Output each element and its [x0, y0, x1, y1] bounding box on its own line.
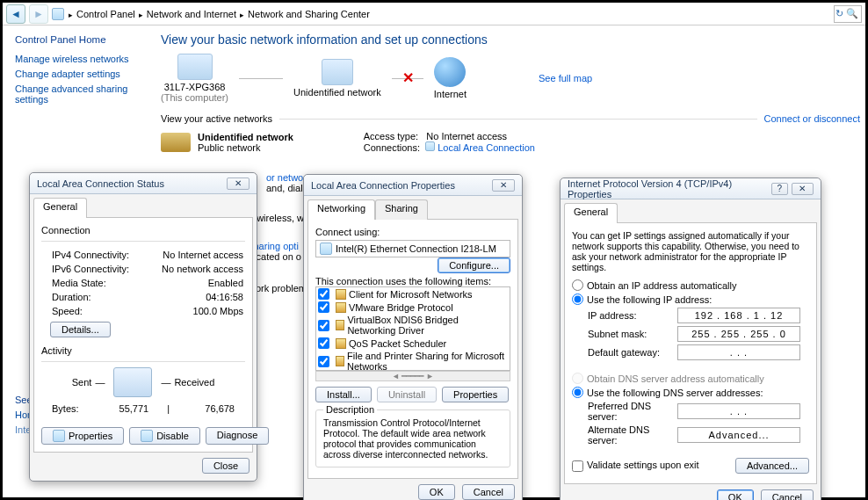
- radio-dns-manual-label: Use the following DNS server addresses:: [587, 388, 763, 398]
- configure-button[interactable]: Configure...: [438, 257, 510, 273]
- subnet-field[interactable]: 255 . 255 . 255 . 0: [677, 326, 800, 342]
- active-networks-label: View your active networks: [161, 113, 272, 124]
- tab-general[interactable]: General: [564, 203, 618, 223]
- dialog-connection-properties: Local Area Connection Properties ✕ Netwo…: [303, 174, 523, 500]
- cancel-button[interactable]: Cancel: [462, 484, 515, 500]
- duration-value: 04:16:58: [146, 291, 243, 303]
- validate-checkbox[interactable]: [572, 460, 583, 472]
- radio-ip-auto[interactable]: [572, 279, 583, 291]
- gateway-field[interactable]: . . .: [677, 344, 800, 360]
- uninstall-button[interactable]: Uninstall: [377, 387, 437, 402]
- pref-dns-label: Preferred DNS server:: [572, 401, 677, 422]
- ipv6-value: No network access: [146, 263, 243, 275]
- item-check[interactable]: [318, 337, 329, 349]
- ipv6-label: IPv6 Connectivity:: [52, 263, 144, 275]
- sidebar-link-advanced[interactable]: Change advanced sharing settings: [15, 83, 143, 105]
- search-input[interactable]: ↻ 🔍: [834, 5, 862, 23]
- install-button[interactable]: Install...: [315, 387, 372, 402]
- dialog-ipv4-properties: Internet Protocol Version 4 (TCP/IPv4) P…: [560, 178, 821, 500]
- node1-label: 31L7-XPG368: [161, 82, 228, 92]
- description-label: Description: [323, 404, 377, 415]
- cancel-button[interactable]: Cancel: [761, 489, 814, 500]
- back-button[interactable]: ◄: [6, 4, 25, 24]
- props-dialog-title: Local Area Connection Properties: [311, 180, 455, 191]
- bytes-label: Bytes:: [43, 402, 105, 415]
- shield-icon: [53, 430, 65, 442]
- sidebar-link-wireless[interactable]: Manage wireless networks: [15, 54, 143, 64]
- item-check[interactable]: [318, 301, 329, 313]
- crumb-sharing-center[interactable]: Network and Sharing Center: [248, 9, 370, 19]
- components-list[interactable]: Client for Microsoft Networks VMware Bri…: [315, 286, 510, 371]
- radio-dns-manual[interactable]: [572, 387, 583, 398]
- item-check[interactable]: [318, 356, 329, 367]
- component-item[interactable]: QoS Packet Scheduler: [349, 338, 446, 349]
- item-properties-button[interactable]: Properties: [442, 387, 509, 402]
- tab-general[interactable]: General: [33, 198, 87, 218]
- radio-ip-manual-label: Use the following IP address:: [587, 294, 712, 305]
- scrollbar[interactable]: ◄ ━━━━━ ►: [315, 371, 510, 381]
- component-item[interactable]: File and Printer Sharing for Microsoft N…: [347, 351, 508, 371]
- component-icon: [336, 302, 346, 313]
- connection-icon: [425, 141, 435, 151]
- connect-using-label: Connect using:: [315, 227, 510, 237]
- network-name: Unidentified network: [198, 132, 293, 142]
- close-icon[interactable]: ✕: [227, 178, 250, 190]
- details-button[interactable]: Details...: [50, 322, 111, 337]
- ipv4-dialog-title: Internet Protocol Version 4 (TCP/IPv4) P…: [568, 178, 771, 199]
- ip-address-field[interactable]: 192 . 168 . 1 . 12: [677, 308, 800, 323]
- close-icon[interactable]: ✕: [492, 179, 515, 192]
- bytes-received: 76,678: [177, 402, 243, 415]
- close-button[interactable]: Close: [202, 458, 250, 474]
- radio-ip-manual[interactable]: [572, 293, 583, 305]
- tab-sharing[interactable]: Sharing: [375, 199, 428, 220]
- component-item[interactable]: Client for Microsoft Networks: [349, 289, 473, 300]
- connection-group-label: Connection: [41, 225, 245, 236]
- disable-button[interactable]: Disable: [129, 427, 200, 445]
- ip-address-label: IP address:: [572, 310, 677, 321]
- sent-label: Sent: [72, 377, 92, 388]
- network-icon: [322, 59, 353, 85]
- ok-button[interactable]: OK: [717, 489, 754, 500]
- ok-button[interactable]: OK: [418, 484, 455, 500]
- advanced-button[interactable]: Advanced...: [735, 458, 809, 474]
- duration-label: Duration:: [52, 291, 144, 303]
- connect-disconnect-link[interactable]: Connect or disconnect: [764, 113, 860, 124]
- connection-link[interactable]: Local Area Connection: [438, 142, 535, 153]
- item-check[interactable]: [318, 320, 329, 331]
- component-item[interactable]: VMware Bridge Protocol: [349, 302, 453, 313]
- link-line-1: [239, 78, 283, 79]
- validate-label: Validate settings upon exit: [587, 460, 699, 470]
- ipv4-blurb: You can get IP settings assigned automat…: [572, 230, 809, 272]
- description-text: Transmission Control Protocol/Internet P…: [323, 417, 503, 460]
- breadcrumb[interactable]: ▸ Control Panel ▸ Network and Internet ▸…: [68, 9, 370, 19]
- crumb-network-internet[interactable]: Network and Internet: [147, 9, 236, 19]
- access-type-value: No Internet access: [426, 131, 507, 141]
- diagnose-button[interactable]: Diagnose: [206, 427, 269, 445]
- network-node-network: Unidentified network: [293, 59, 381, 98]
- item-check[interactable]: [318, 288, 329, 300]
- nic-icon: [320, 243, 332, 255]
- tab-networking[interactable]: Networking: [307, 199, 375, 220]
- component-icon: [336, 356, 344, 366]
- network-node-computer: 31L7-XPG368 (This computer): [161, 54, 228, 103]
- control-panel-home[interactable]: Control Panel Home: [15, 34, 143, 45]
- close-icon[interactable]: ✕: [792, 183, 814, 195]
- radio-ip-auto-label: Obtain an IP address automatically: [587, 280, 736, 291]
- component-item[interactable]: VirtualBox NDIS6 Bridged Networking Driv…: [347, 315, 508, 336]
- refresh-icon[interactable]: ↻: [835, 8, 843, 19]
- pref-dns-field[interactable]: . . .: [677, 403, 800, 419]
- crumb-control-panel[interactable]: Control Panel: [76, 9, 135, 19]
- see-full-map-link[interactable]: See full map: [539, 73, 592, 83]
- sidebar-link-adapter[interactable]: Change adapter settings: [15, 69, 143, 79]
- alt-dns-field[interactable]: Advanced...: [677, 427, 800, 443]
- properties-button[interactable]: Properties: [41, 427, 124, 445]
- network-node-internet: Internet: [434, 57, 467, 99]
- internet-icon: [434, 57, 466, 87]
- node2-label: Unidentified network: [293, 87, 381, 98]
- uses-label: This connection uses the following items…: [315, 276, 510, 286]
- speed-value: 100.0 Mbps: [146, 305, 243, 317]
- help-icon[interactable]: ?: [771, 183, 788, 195]
- forward-button[interactable]: ►: [29, 4, 48, 24]
- computer-icon: [177, 54, 213, 80]
- search-icon[interactable]: 🔍: [846, 8, 858, 19]
